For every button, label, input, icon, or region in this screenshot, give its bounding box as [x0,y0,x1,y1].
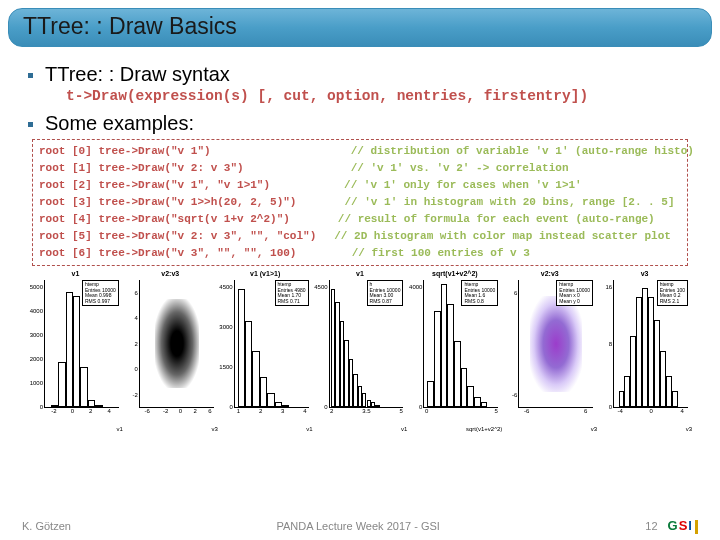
plot-xlabel: v3 [591,426,597,432]
plot-statbox: hEntries 10000Mean 3.00RMS 0.87 [367,280,404,306]
bullet-syntax: TTree: : Draw syntax [22,63,698,86]
example-row: root [1] tree->Draw("v 2: v 3")// 'v 1' … [39,160,681,177]
syntax-code: t->Draw(expression(s) [, cut, option, ne… [66,88,698,104]
plot-xlabel: sqrt(v1+v2^2) [466,426,502,432]
example-comment: // 2D histogram with color map instead s… [334,230,671,242]
example-row: root [5] tree->Draw("v 2: v 3", "", "col… [39,228,681,245]
example-comment: // first 100 entries of v 3 [338,247,529,259]
plot-xlabel: v1 [401,426,407,432]
code-examples-block: root [0] tree->Draw("v 1")// distributio… [32,139,688,266]
example-comment: // 'v 1' only for cases when 'v 1>1' [344,179,582,191]
footer: K. Götzen PANDA Lecture Week 2017 - GSI … [0,518,720,534]
example-row: root [2] tree->Draw("v 1", "v 1>1")// 'v… [39,177,681,194]
plot-statbox: htempEntries 4980Mean 1.70RMS 0.71 [275,280,309,306]
example-cmd: root [5] tree->Draw("v 2: v 3", "", "col… [39,230,316,242]
bullet-icon [28,122,33,127]
plot-xlabel: v1 [306,426,312,432]
plot-title: v3 [641,270,649,277]
footer-page: 12 [645,520,657,532]
plot-title: sqrt(v1+v2^2) [432,270,478,277]
plot-xlabel: v3 [686,426,692,432]
bullet-text-1: TTree: : Draw syntax [45,63,230,86]
example-row: root [3] tree->Draw("v 1>>h(20, 2, 5)")/… [39,194,681,211]
example-comment: // result of formula for each event (aut… [338,213,655,225]
bullet-examples: Some examples: [22,112,698,135]
plot-v3-100: v3 htempEntries 100Mean 0.2RMS 2.1 16 8 … [597,270,692,420]
bullet-icon [28,73,33,78]
plot-v1-cut: v1 (v1>1) htempEntries 4980Mean 1.70RMS … [218,270,313,420]
example-row: root [0] tree->Draw("v 1")// distributio… [39,143,681,160]
plot-title: v2:v3 [161,270,179,277]
example-cmd: root [6] tree->Draw("v 3", "", "", 100) [39,247,296,259]
plot-v2v3-col: v2:v3 htempEntries 10000Mean x 0Mean y 0… [502,270,597,420]
plot-statbox: htempEntries 10000Mean 0.998RMS 0.997 [82,280,119,306]
plot-xlabel: v3 [211,426,217,432]
example-cmd: root [0] tree->Draw("v 1") [39,145,211,157]
example-cmd: root [3] tree->Draw("v 1>>h(20, 2, 5)") [39,196,296,208]
example-cmd: root [1] tree->Draw("v 2: v 3") [39,162,244,174]
plot-statbox: htempEntries 10000Mean 1.6RMS 0.8 [461,280,498,306]
example-row: root [6] tree->Draw("v 3", "", "", 100) … [39,245,681,262]
example-comment: // distribution of variable 'v 1' (auto-… [351,145,694,157]
plot-v1-hist: v1 htempEntries 10000Mean 0.998RMS 0.997… [28,270,123,420]
footer-venue: PANDA Lecture Week 2017 - GSI [276,520,439,532]
gsi-logo: GSI [668,518,698,534]
example-comment: // 'v 1' vs. 'v 2' -> correlation [351,162,569,174]
example-cmd: root [4] tree->Draw("sqrt(v 1+v 2^2)") [39,213,290,225]
slide-title: TTree: : Draw Basics [8,8,712,47]
plot-sqrt: sqrt(v1+v2^2) htempEntries 10000Mean 1.6… [407,270,502,420]
plot-title: v2:v3 [541,270,559,277]
example-comment: // 'v 1' in histogram with 20 bins, rang… [344,196,674,208]
plot-statbox: htempEntries 10000Mean x 0Mean y 0 [556,280,593,306]
bullet-text-2: Some examples: [45,112,194,135]
plot-title: v1 [356,270,364,277]
footer-author: K. Götzen [22,520,71,532]
plot-row: v1 htempEntries 10000Mean 0.998RMS 0.997… [28,270,692,420]
example-cmd: root [2] tree->Draw("v 1", "v 1>1") [39,179,270,191]
plot-xlabel: v1 [117,426,123,432]
plot-v1-h20: v1 hEntries 10000Mean 3.00RMS 0.87 4500 … [313,270,408,420]
plot-title: v1 (v1>1) [250,270,280,277]
plot-v2v3-scatter: v2:v3 6 4 2 0 -2 -6 -2 0 2 6 v3 [123,270,218,420]
example-row: root [4] tree->Draw("sqrt(v 1+v 2^2)")//… [39,211,681,228]
plot-title: v1 [72,270,80,277]
plot-statbox: htempEntries 100Mean 0.2RMS 2.1 [657,280,688,306]
